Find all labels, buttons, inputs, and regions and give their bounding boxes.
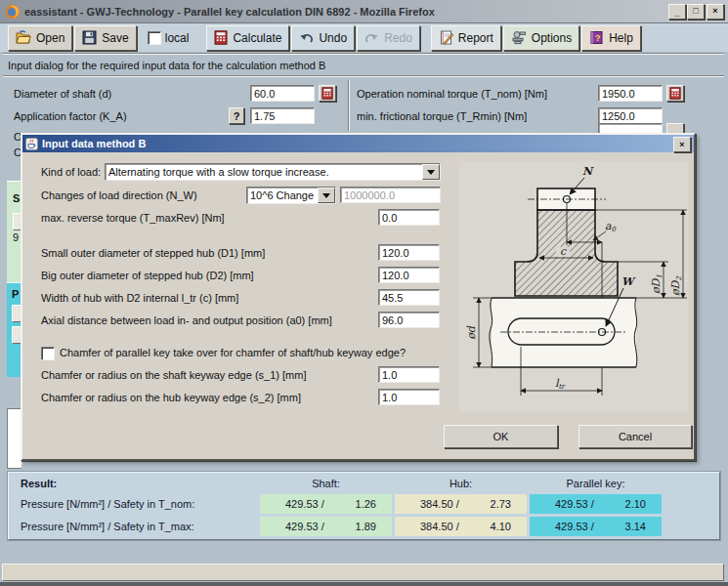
- drawing-label-d1: øD1: [650, 274, 664, 294]
- status-bar: [2, 564, 724, 581]
- nominal-torque-field[interactable]: 1950.0: [598, 85, 663, 102]
- form-column-divider: [348, 80, 350, 131]
- safety-value: 3.14: [625, 521, 646, 532]
- safety-value: 2.10: [625, 498, 646, 510]
- nominal-torque-calculator-button[interactable]: [666, 85, 684, 102]
- drawing-label-ltr: ltr: [555, 377, 566, 391]
- big-outer-diameter-label: Big outer diameter of stepped hub (D2) […: [41, 270, 254, 281]
- load-direction-label: Changes of load direction (N_W): [41, 189, 197, 201]
- ok-button[interactable]: OK: [444, 425, 558, 448]
- local-checkbox[interactable]: [148, 31, 161, 45]
- save-floppy-icon: [82, 30, 97, 45]
- undo-button[interactable]: Undo: [291, 25, 355, 51]
- axial-distance-field[interactable]: 96.0: [378, 312, 440, 328]
- question-mark-icon: ?: [234, 110, 240, 122]
- result-cell-shaft-tnom: 429.53 /1.26: [260, 494, 392, 514]
- safety-value: 1.26: [356, 498, 376, 510]
- calculator-icon: [214, 30, 228, 45]
- calculator-icon: [321, 87, 333, 100]
- firefox-icon: [5, 4, 21, 20]
- input-data-method-b-dialog: Input data method B × Kind of load: Alte…: [21, 133, 696, 461]
- results-row-label: Pressure [N/mm²] / Safety in T_max:: [21, 521, 194, 532]
- report-button-label: Report: [458, 31, 493, 45]
- options-button-label: Options: [532, 31, 572, 45]
- maximize-button[interactable]: □: [687, 4, 705, 20]
- results-header-hub: Hub:: [395, 478, 527, 489]
- safety-value: 2.73: [491, 498, 511, 510]
- chevron-down-icon: [427, 170, 435, 175]
- results-header-shaft: Shaft:: [260, 478, 392, 489]
- report-document-icon: [439, 30, 453, 45]
- drawing-label-w: W: [621, 275, 636, 288]
- small-outer-diameter-value: 120.0: [382, 247, 409, 259]
- options-button[interactable]: Options: [503, 25, 579, 51]
- axial-distance-value: 96.0: [382, 314, 403, 326]
- frictional-torque-label: min. frictional torque (T_Rmin) [Nm]: [357, 110, 527, 122]
- chamfer-takeover-label: Chamfer of parallel key take over for ch…: [60, 347, 406, 358]
- subtitle-separator: [3, 75, 724, 77]
- diameter-of-shaft-label: Diameter of shaft (d): [14, 88, 111, 100]
- shaft-panel-fragment: S 9: [7, 181, 21, 282]
- dropdown-button[interactable]: [318, 188, 335, 203]
- dialog-titlebar: Input data method B ×: [22, 135, 694, 152]
- close-icon: ×: [712, 7, 717, 16]
- calculate-button[interactable]: Calculate: [206, 25, 289, 51]
- page-subtitle: Input dialog for the required input data…: [8, 60, 325, 71]
- diameter-calculator-button[interactable]: [319, 85, 336, 102]
- kind-of-load-value: Alternating torque with a slow torque in…: [106, 166, 422, 178]
- shaft-keyway-chamfer-field[interactable]: 1.0: [378, 366, 440, 383]
- frictional-torque-field[interactable]: 1250.0: [598, 107, 663, 124]
- results-title: Result:: [21, 478, 57, 489]
- load-direction-select[interactable]: 10^6 Change: [246, 187, 336, 204]
- hub-width-field[interactable]: 45.5: [378, 289, 440, 306]
- big-outer-diameter-field[interactable]: 120.0: [378, 267, 440, 283]
- help-button[interactable]: ? Help: [581, 25, 641, 51]
- minimize-button[interactable]: _: [668, 4, 686, 20]
- nominal-torque-label: Operation nominal torque (T_nom) [Nm]: [357, 88, 547, 100]
- axial-distance-label: Axial distance between load in- and outp…: [41, 314, 332, 326]
- window-titlebar: eassistant - GWJ-Technology - Parallel k…: [0, 0, 728, 23]
- result-cell-hub-tnom: 384.50 /2.73: [395, 494, 527, 514]
- cancel-button[interactable]: Cancel: [578, 425, 692, 448]
- hub-keyway-chamfer-label: Chamfer or radius on the hub keyway edge…: [41, 392, 301, 403]
- application-factor-help-button[interactable]: ?: [229, 107, 244, 124]
- kind-of-load-select[interactable]: Alternating torque with a slow torque in…: [105, 163, 441, 181]
- calculator-icon: [669, 87, 681, 100]
- diameter-of-shaft-field[interactable]: 60.0: [250, 85, 315, 102]
- window-bottom-frame: [0, 582, 728, 586]
- max-reverse-torque-field[interactable]: 0.0: [378, 209, 440, 226]
- application-factor-value: 1.75: [254, 110, 275, 122]
- application-window: eassistant - GWJ-Technology - Parallel k…: [0, 0, 728, 586]
- svg-text:?: ?: [595, 32, 601, 43]
- cancel-button-label: Cancel: [619, 431, 652, 442]
- drawing-label-d: ød: [465, 325, 478, 340]
- dropdown-button[interactable]: [422, 164, 440, 180]
- application-factor-label: Application factor (K_A): [14, 110, 127, 122]
- open-button[interactable]: Open: [8, 25, 72, 51]
- drawing-label-a0: a0: [605, 220, 617, 233]
- java-cup-icon: [25, 138, 38, 150]
- close-button[interactable]: ×: [707, 4, 724, 20]
- open-folder-icon: [16, 30, 31, 45]
- options-tool-icon: [511, 30, 527, 45]
- redo-arrow-icon: [364, 31, 379, 45]
- pressure-value: 384.50 /: [420, 498, 459, 510]
- hub-shaft-technical-drawing: N a0 c W ød øD1 øD2 ltr: [459, 161, 688, 411]
- nominal-torque-value: 1950.0: [602, 88, 635, 100]
- pressure-value: 429.53 /: [555, 498, 594, 510]
- report-button[interactable]: Report: [431, 25, 501, 51]
- small-outer-diameter-field[interactable]: 120.0: [378, 244, 440, 261]
- pressure-value: 429.53 /: [555, 521, 594, 532]
- chamfer-takeover-checkbox[interactable]: [41, 347, 55, 360]
- safety-value: 1.89: [356, 521, 376, 532]
- dialog-close-button[interactable]: ×: [673, 137, 691, 152]
- hub-keyway-chamfer-field[interactable]: 1.0: [378, 389, 440, 405]
- ok-button-label: OK: [493, 431, 509, 442]
- local-checkbox-group: local: [148, 31, 190, 45]
- application-factor-field[interactable]: 1.75: [250, 107, 315, 124]
- help-book-icon: ?: [589, 30, 604, 45]
- result-cell-hub-tmax: 384.50 /4.10: [395, 517, 527, 536]
- save-button[interactable]: Save: [74, 25, 136, 51]
- parallel-key-panel-fragment: P: [7, 282, 21, 377]
- text-area-fragment[interactable]: [7, 408, 21, 469]
